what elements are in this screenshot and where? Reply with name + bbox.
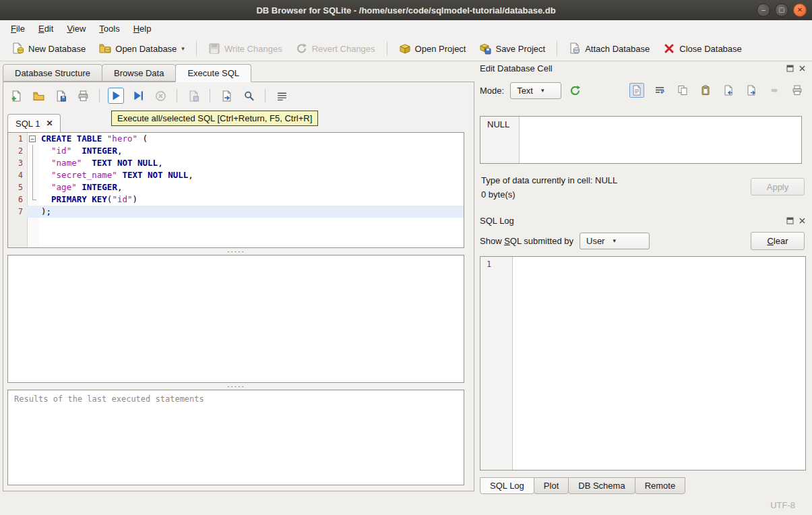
tab-sql1[interactable]: SQL 1 ✕: [7, 114, 61, 132]
toolbar-label: Open Database: [115, 44, 177, 54]
cell-icon-row: [629, 83, 805, 98]
submitted-by-combobox[interactable]: User ▾: [580, 233, 650, 249]
open-project-icon: [399, 42, 411, 55]
code-text: "name" TEXT NOT NULL,: [39, 157, 464, 169]
sql-log-content[interactable]: [513, 257, 805, 470]
menu-view[interactable]: View: [60, 22, 92, 35]
toolbar-new-database[interactable]: New Database: [5, 40, 92, 57]
refresh-icon[interactable]: [567, 83, 582, 98]
editor-line-3[interactable]: 3 "name" TEXT NOT NULL,: [8, 157, 464, 169]
new-database-icon: [12, 42, 24, 55]
copy-cell-icon[interactable]: [675, 83, 690, 98]
wrap-lines-icon[interactable]: [652, 83, 667, 98]
close-tab-icon[interactable]: ✕: [46, 119, 53, 128]
editor-line-7[interactable]: 7);: [8, 206, 464, 218]
editor-line-1[interactable]: 1−CREATE TABLE "hero" (: [8, 133, 464, 145]
minimize-button[interactable]: –: [757, 3, 770, 17]
maximize-button[interactable]: ▢: [775, 3, 788, 17]
chevron-down-icon[interactable]: ▾: [181, 45, 185, 52]
code-text: PRIMARY KEY("id"): [39, 193, 464, 206]
menu-file[interactable]: File: [4, 22, 32, 35]
word-wrap-button[interactable]: [274, 88, 290, 104]
line-number: 1: [8, 133, 27, 145]
mode-label: Mode:: [480, 86, 504, 96]
cell-editor[interactable]: NULL: [480, 116, 802, 164]
clear-button[interactable]: Clear: [751, 232, 805, 250]
menu-help[interactable]: Help: [127, 22, 158, 35]
toolbar-attach-database[interactable]: Attach Database: [562, 40, 656, 57]
toolbar-separator: [210, 89, 210, 102]
toolbar-open-project[interactable]: Open Project: [392, 40, 473, 57]
submitted-by-value: User: [586, 236, 604, 246]
new-tab-button[interactable]: [8, 88, 24, 104]
edit-cell-dock-header: Edit Database Cell: [480, 62, 806, 74]
editor-line-5[interactable]: 5 "age" INTEGER,: [8, 181, 464, 193]
toolbar-separator: [99, 89, 100, 102]
mode-value: Text: [517, 86, 533, 96]
paste-cell-icon[interactable]: [698, 83, 713, 98]
sql-editor[interactable]: 1−CREATE TABLE "hero" (2 "id" INTEGER,3 …: [7, 132, 464, 248]
splitter-handle[interactable]: ·····: [7, 248, 464, 255]
fold-margin: [27, 193, 39, 206]
editor-line-4[interactable]: 4 "secret_name" TEXT NOT NULL,: [8, 169, 464, 181]
edit-cell-dock-buttons: [786, 65, 806, 72]
tab-browse-data[interactable]: Browse Data: [102, 64, 176, 82]
cell-mode-row: Mode: Text ▾: [480, 81, 805, 100]
tab-database-structure[interactable]: Database Structure: [3, 64, 102, 82]
line-number: 7: [8, 206, 27, 218]
export-csv-button[interactable]: [218, 88, 235, 104]
mode-combobox[interactable]: Text ▾: [510, 82, 561, 99]
line-number: 2: [8, 145, 27, 157]
import-cell-icon[interactable]: [721, 83, 736, 98]
close-dock-icon[interactable]: [799, 217, 806, 224]
fold-collapse-icon[interactable]: −: [29, 135, 36, 142]
dock-tab-plot[interactable]: Plot: [534, 477, 569, 494]
code-text: );: [39, 206, 464, 218]
find-replace-button[interactable]: [241, 88, 257, 104]
tab-execute-sql[interactable]: Execute SQL: [175, 64, 251, 82]
dock-tab-db-schema[interactable]: DB Schema: [568, 477, 635, 494]
fold-margin[interactable]: −: [27, 133, 39, 145]
main-tab-bar: Database StructureBrowse DataExecute SQL: [3, 64, 251, 82]
print-cell-icon[interactable]: [790, 83, 805, 98]
close-button[interactable]: ✕: [793, 3, 807, 17]
line-number: 4: [8, 169, 27, 181]
line-number: 3: [8, 157, 27, 169]
fold-margin: [27, 145, 39, 157]
splitter-handle-2[interactable]: ·····: [7, 383, 464, 390]
export-csv-icon: [221, 90, 232, 102]
cell-value: NULL: [487, 119, 509, 129]
word-wrap-icon: [276, 90, 288, 102]
sql-log-view[interactable]: 1: [480, 256, 806, 471]
execute-all-button[interactable]: [108, 88, 124, 104]
apply-button[interactable]: Apply: [751, 178, 805, 195]
editor-line-6[interactable]: 6 PRIMARY KEY("id"): [8, 193, 464, 206]
float-dock-icon[interactable]: [786, 65, 794, 72]
close-dock-icon[interactable]: [799, 65, 806, 72]
sql-tab-bar: SQL 1 ✕: [7, 114, 61, 132]
toolbar-save-project[interactable]: Save Project: [472, 40, 552, 57]
attach-database-icon: [569, 42, 581, 55]
execute-line-button[interactable]: [130, 88, 146, 104]
sql-tab-label: SQL 1: [15, 119, 40, 129]
cell-type-info: Type of data currently in cell: NULL: [481, 173, 617, 187]
menu-tools[interactable]: Tools: [92, 22, 126, 35]
dock-tab-sql-log[interactable]: SQL Log: [480, 477, 534, 494]
cell-editor-content[interactable]: [520, 117, 801, 163]
float-dock-icon[interactable]: [786, 217, 794, 224]
export-cell-icon[interactable]: [744, 83, 759, 98]
dock-tab-remote[interactable]: Remote: [635, 477, 686, 494]
toolbar-open-database[interactable]: Open Database▾: [92, 40, 191, 57]
text-mode-icon[interactable]: [629, 83, 644, 98]
editor-line-2[interactable]: 2 "id" INTEGER,: [8, 145, 464, 157]
results-message-pane: Results of the last executed statements: [7, 390, 464, 485]
find-replace-icon: [243, 90, 255, 102]
menu-edit[interactable]: Edit: [32, 22, 60, 35]
fold-margin: [27, 206, 39, 218]
new-tab-icon: [11, 90, 22, 102]
open-sql-button[interactable]: [30, 88, 46, 104]
status-bar: UTF-8: [0, 496, 812, 515]
print-button[interactable]: [75, 88, 91, 104]
save-sql-button[interactable]: [53, 88, 69, 104]
toolbar-close-database[interactable]: Close Database: [656, 40, 749, 57]
